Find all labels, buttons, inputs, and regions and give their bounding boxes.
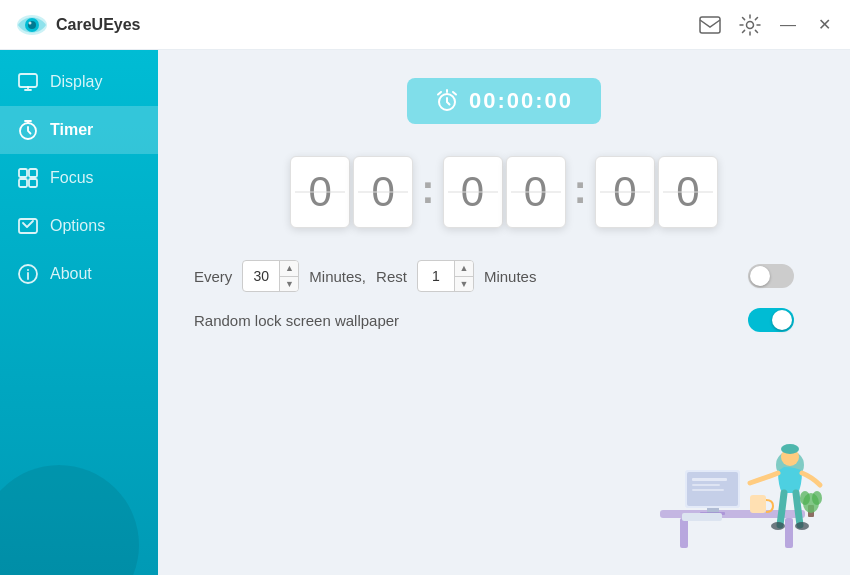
rest-up-btn[interactable]: ▲ — [455, 261, 473, 277]
interval-row: Every ▲ ▼ Minutes, Rest ▲ ▼ — [194, 260, 814, 292]
rest-minutes-label: Minutes — [484, 268, 537, 285]
svg-rect-16 — [660, 510, 805, 518]
svg-rect-17 — [680, 518, 688, 548]
svg-point-35 — [800, 491, 810, 505]
minute-tens: 0 — [443, 156, 503, 228]
svg-point-29 — [781, 448, 799, 466]
alarm-icon — [435, 89, 459, 113]
second-tens: 0 — [595, 156, 655, 228]
close-button[interactable]: ✕ — [814, 15, 834, 35]
every-up-btn[interactable]: ▲ — [280, 261, 298, 277]
svg-rect-6 — [19, 74, 37, 87]
every-input[interactable] — [243, 261, 279, 291]
svg-point-32 — [795, 522, 809, 530]
svg-rect-21 — [707, 508, 719, 513]
timer-icon — [18, 120, 38, 140]
app-title: CareUEyes — [56, 16, 141, 34]
separator-2: : — [570, 167, 591, 212]
minutes-label: Minutes, — [309, 268, 366, 285]
svg-point-30 — [781, 444, 799, 454]
rest-input-wrap[interactable]: ▲ ▼ — [417, 260, 474, 292]
title-bar: CareUEyes — ✕ — [0, 0, 850, 50]
app-logo-icon — [16, 9, 48, 41]
minutes-group: 0 0 — [443, 156, 566, 228]
every-label: Every — [194, 268, 232, 285]
sidebar-item-options[interactable]: Options — [0, 202, 158, 250]
svg-rect-9 — [29, 169, 37, 177]
rest-label: Rest — [376, 268, 407, 285]
svg-point-28 — [776, 451, 804, 479]
svg-rect-4 — [700, 17, 720, 33]
main-layout: Display Timer Focus — [0, 50, 850, 575]
flip-clock: 0 0 : 0 0 : 0 0 — [194, 156, 814, 228]
options-icon — [18, 216, 38, 236]
svg-rect-23 — [692, 478, 727, 481]
timer-badge: 00:00:00 — [407, 78, 601, 124]
illustration — [630, 405, 830, 565]
sidebar-item-display[interactable]: Display — [0, 58, 158, 106]
email-icon[interactable] — [698, 13, 722, 37]
svg-point-36 — [812, 491, 822, 505]
svg-rect-18 — [785, 518, 793, 548]
svg-rect-8 — [19, 169, 27, 177]
rest-down-btn[interactable]: ▼ — [455, 277, 473, 292]
sidebar-item-about[interactable]: About — [0, 250, 158, 298]
timer-toggle-knob — [750, 266, 770, 286]
settings-area: Every ▲ ▼ Minutes, Rest ▲ ▼ — [194, 260, 814, 332]
sidebar-item-timer[interactable]: Timer — [0, 106, 158, 154]
svg-rect-20 — [687, 472, 738, 506]
minute-ones: 0 — [506, 156, 566, 228]
app-logo: CareUEyes — [16, 9, 141, 41]
seconds-group: 0 0 — [595, 156, 718, 228]
hour-ones: 0 — [353, 156, 413, 228]
hour-tens: 0 — [290, 156, 350, 228]
about-icon — [18, 264, 38, 284]
svg-rect-26 — [682, 513, 722, 521]
window-controls: — ✕ — [698, 13, 834, 37]
wallpaper-toggle-knob — [772, 310, 792, 330]
minimize-button[interactable]: — — [778, 15, 798, 35]
sidebar-item-focus[interactable]: Focus — [0, 154, 158, 202]
display-icon — [18, 72, 38, 92]
svg-rect-27 — [750, 495, 766, 513]
sidebar: Display Timer Focus — [0, 50, 158, 575]
sidebar-item-about-label: About — [50, 265, 92, 283]
wallpaper-label: Random lock screen wallpaper — [194, 312, 399, 329]
content-area: 00:00:00 0 0 : 0 0 : 0 0 Every — [158, 50, 850, 575]
svg-point-31 — [771, 522, 785, 530]
svg-rect-10 — [19, 179, 27, 187]
svg-rect-19 — [685, 470, 740, 508]
svg-point-14 — [27, 269, 29, 271]
wallpaper-toggle[interactable] — [748, 308, 794, 332]
rest-spinner[interactable]: ▲ ▼ — [454, 261, 473, 291]
separator-1: : — [417, 167, 438, 212]
every-input-wrap[interactable]: ▲ ▼ — [242, 260, 299, 292]
svg-rect-24 — [692, 484, 720, 486]
svg-point-34 — [803, 493, 819, 513]
sidebar-item-focus-label: Focus — [50, 169, 94, 187]
svg-rect-11 — [29, 179, 37, 187]
every-down-btn[interactable]: ▼ — [280, 277, 298, 292]
svg-rect-25 — [692, 489, 724, 491]
rest-input[interactable] — [418, 261, 454, 291]
svg-rect-22 — [700, 512, 725, 515]
svg-point-3 — [29, 21, 32, 24]
sidebar-item-display-label: Display — [50, 73, 102, 91]
svg-rect-33 — [808, 505, 814, 517]
every-spinner[interactable]: ▲ ▼ — [279, 261, 298, 291]
hours-group: 0 0 — [290, 156, 413, 228]
svg-point-5 — [747, 21, 754, 28]
timer-badge-time: 00:00:00 — [469, 88, 573, 114]
settings-icon[interactable] — [738, 13, 762, 37]
wallpaper-row: Random lock screen wallpaper — [194, 308, 814, 332]
timer-toggle[interactable] — [748, 264, 794, 288]
sidebar-item-options-label: Options — [50, 217, 105, 235]
desk-illustration — [630, 405, 830, 565]
focus-icon — [18, 168, 38, 188]
second-ones: 0 — [658, 156, 718, 228]
sidebar-item-timer-label: Timer — [50, 121, 93, 139]
